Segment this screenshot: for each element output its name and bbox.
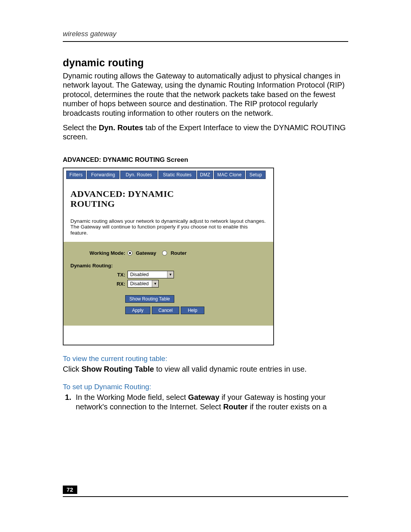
screenshot-heading-l1: ADVANCED: DYNAMIC bbox=[70, 189, 174, 199]
tx-label: TX: bbox=[64, 272, 127, 278]
apply-button[interactable]: Apply bbox=[125, 307, 150, 314]
screenshot-form: Working Mode: Gateway Router Dynamic Rou… bbox=[64, 242, 273, 326]
step-1: In the Working Mode field, select Gatewa… bbox=[73, 393, 348, 411]
show-routing-table-button[interactable]: Show Routing Table bbox=[125, 295, 174, 303]
click-bold: Show Routing Table bbox=[81, 365, 154, 373]
footer-rule bbox=[63, 496, 348, 497]
chevron-down-icon: ▼ bbox=[152, 280, 158, 287]
tab-forwarding[interactable]: Forwarding bbox=[87, 171, 119, 179]
radio-router[interactable] bbox=[162, 251, 167, 256]
select-pre: Select the bbox=[63, 123, 99, 132]
help-button[interactable]: Help bbox=[181, 307, 204, 314]
section-title: dynamic routing bbox=[63, 57, 348, 69]
tab-filters[interactable]: Filters bbox=[66, 171, 86, 179]
radio-gateway[interactable] bbox=[127, 251, 132, 256]
screenshot-heading-l2: ROUTING bbox=[70, 199, 115, 209]
click-post: to view all valid dynamic route entries … bbox=[154, 365, 307, 373]
rx-select-value: Disabled bbox=[128, 281, 152, 286]
cancel-button[interactable]: Cancel bbox=[152, 307, 179, 314]
tab-bar: Filters Forwarding Dyn. Routes Static Ro… bbox=[64, 168, 273, 179]
subhead-view-table: To view the current routing table: bbox=[63, 355, 348, 363]
page-number: 72 bbox=[63, 486, 77, 494]
tab-mac-clone[interactable]: MAC Clone bbox=[214, 171, 245, 179]
click-pre: Click bbox=[63, 365, 81, 373]
screenshot-caption: ADVANCED: DYNAMIC ROUTING Screen bbox=[63, 156, 348, 164]
intro-paragraph: Dynamic routing allows the Gateway to au… bbox=[63, 71, 348, 118]
working-mode-label: Working Mode: bbox=[64, 250, 127, 256]
tab-static-routes[interactable]: Static Routes bbox=[158, 171, 196, 179]
screenshot-panel: Filters Forwarding Dyn. Routes Static Ro… bbox=[63, 168, 274, 345]
running-header: wireless gateway bbox=[63, 30, 348, 40]
select-bold: Dyn. Routes bbox=[99, 123, 143, 132]
steps-list: In the Working Mode field, select Gatewa… bbox=[63, 393, 348, 411]
tab-dmz[interactable]: DMZ bbox=[197, 171, 213, 179]
subhead-setup: To set up Dynamic Routing: bbox=[63, 383, 348, 391]
header-rule bbox=[63, 41, 348, 42]
tx-select-value: Disabled bbox=[128, 272, 167, 277]
chevron-down-icon: ▼ bbox=[167, 271, 174, 278]
page-footer: 72 bbox=[63, 486, 348, 497]
tx-select[interactable]: Disabled ▼ bbox=[127, 271, 174, 278]
rx-label: RX: bbox=[64, 281, 127, 287]
step1-b1: Gateway bbox=[188, 393, 219, 401]
step1-pre: In the Working Mode field, select bbox=[76, 393, 188, 401]
rx-select[interactable]: Disabled ▼ bbox=[127, 280, 159, 288]
select-paragraph: Select the Dyn. Routes tab of the Expert… bbox=[63, 123, 348, 142]
click-paragraph: Click Show Routing Table to view all val… bbox=[63, 364, 348, 374]
screenshot-heading: ADVANCED: DYNAMIC ROUTING bbox=[70, 189, 266, 209]
step1-b2: Router bbox=[223, 403, 247, 411]
tab-setup[interactable]: Setup bbox=[246, 171, 266, 179]
radio-gateway-label: Gateway bbox=[136, 250, 156, 256]
screenshot-description: Dynamic routing allows your network to d… bbox=[70, 218, 266, 236]
dynamic-routing-label: Dynamic Routing: bbox=[64, 263, 134, 268]
radio-router-label: Router bbox=[170, 250, 186, 256]
step1-post: if the router exists on a bbox=[248, 403, 327, 411]
tab-dyn-routes[interactable]: Dyn. Routes bbox=[120, 171, 158, 179]
